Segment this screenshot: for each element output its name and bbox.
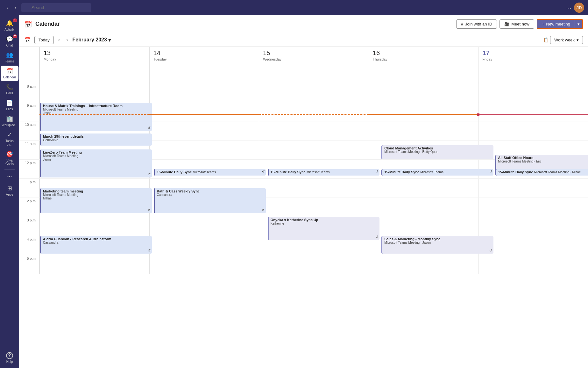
cell-1-2[interactable] [259,83,369,102]
cell-7-3[interactable] [369,198,478,217]
cell-10-1[interactable] [149,255,259,274]
cell-0-0[interactable] [39,64,149,83]
cell-8-1[interactable] [149,217,259,236]
cell-3-2[interactable] [259,121,369,140]
event-house-matrix[interactable]: House & Matrix Trainings – Infrastructur… [40,103,152,131]
cell-0-2[interactable] [259,64,369,83]
cell-10-2[interactable] [259,255,369,274]
time-label-6: 1 p.m. [19,179,39,198]
back-button[interactable]: ‹ [4,4,11,12]
avatar[interactable]: JD [574,3,584,13]
month-year-display[interactable]: February 2023 ▾ [72,37,111,43]
next-week-button[interactable]: › [64,36,70,44]
grid-row-0 [19,64,588,83]
event-alarm-guardian[interactable]: Alarm Guardian - Research & Brainstorm C… [40,236,152,254]
cell-6-4[interactable] [478,179,588,198]
new-meeting-chevron-button[interactable]: ▾ [575,20,582,28]
cell-2-1[interactable] [149,102,259,121]
day-number-14: 14 [153,49,255,57]
cell-3-1[interactable] [149,121,259,140]
event-kath-cass[interactable]: Kath & Cass Weekly Sync Cassandra ↺ [154,188,266,213]
time-label-5: 12 p.m. [19,160,39,178]
calendar-actions: # Join with an ID 🎥 Meet now + New meeti… [456,19,583,29]
cell-7-2[interactable] [259,198,369,217]
calendar-title: Calendar [35,21,60,27]
cell-2-2[interactable] [259,102,369,121]
sidebar-item-more[interactable]: ··· [1,172,18,182]
sidebar-label-help: Help [6,360,13,364]
time-label-9: 4 p.m. [19,236,39,255]
cell-3-4[interactable] [478,121,588,140]
forward-button[interactable]: › [12,4,18,12]
event-march29[interactable]: March 29th event details Genevieve [40,133,152,146]
sidebar-item-activity[interactable]: 🔔 1 Activity [1,18,18,33]
calendar-header-icon: 📅 [24,20,32,28]
top-bar-actions: ··· JD [566,3,584,13]
cell-10-3[interactable] [369,255,478,274]
cell-1-1[interactable] [149,83,259,102]
join-with-id-button[interactable]: # Join with an ID [456,19,497,29]
sidebar-item-calendar[interactable]: 📅 Calendar [1,66,18,81]
sidebar-item-chat[interactable]: 💬 7 Chat [1,34,18,49]
sidebar-item-teams[interactable]: 👥 Teams [1,50,18,65]
day-name-thu: Thursday [373,57,475,61]
cell-1-0[interactable] [39,83,149,102]
event-onyeka[interactable]: Onyeka x Katherine Sync Up Katherine ↺ [268,217,379,240]
cell-4-1[interactable] [149,141,259,159]
sidebar-label-apps: Apps [6,193,13,196]
event-15min-tue[interactable]: 15-Minute Daily Sync Microsoft Teams... … [154,169,266,176]
days-header: 13 Monday 14 Tuesday 15 Wednesday 16 Thu… [19,47,588,64]
sidebar-item-workplace[interactable]: 🏢 Workplac... [1,113,18,129]
cell-1-4[interactable] [478,83,588,102]
sidebar-item-help[interactable]: ? Help [1,350,18,365]
cell-8-3[interactable] [369,217,478,236]
cell-0-4[interactable] [478,64,588,83]
sidebar-item-apps[interactable]: ⊞ Apps [1,183,18,198]
event-linezero[interactable]: LineZero Team Meeting Microsoft Teams Me… [40,149,152,177]
day-name-fri: Friday [482,57,584,61]
new-meeting-button[interactable]: + New meeting [537,20,575,28]
event-sales-marketing[interactable]: Sales & Marketing - Monthly Sync Microso… [381,236,493,254]
cell-2-3[interactable] [369,102,478,121]
sidebar-item-tasks[interactable]: ✓ Tasks by... [1,129,18,148]
sidebar: 🔔 1 Activity 💬 7 Chat 👥 Teams 📅 Calendar… [0,15,19,368]
work-week-button[interactable]: Work week ▾ [550,36,583,44]
event-marketing[interactable]: Marketing team meeting Microsoft Teams M… [40,188,152,213]
calendar-title-area: 📅 Calendar [24,20,60,28]
work-week-label: Work week [554,38,575,42]
nav-buttons: ‹ › [4,4,19,12]
top-bar: ‹ › 🔍 ··· JD [0,0,588,15]
cell-6-2[interactable] [259,179,369,198]
calendar-grid[interactable]: 13 Monday 14 Tuesday 15 Wednesday 16 Thu… [19,47,588,368]
event-15min-wed[interactable]: 15-Minute Daily Sync Microsoft Teams... … [268,169,379,176]
cell-9-1[interactable] [149,236,259,255]
cell-0-3[interactable] [369,64,478,83]
event-15min-fri[interactable]: 15-Minute Daily Sync Microsoft Teams Mee… [495,169,588,176]
cell-8-0[interactable] [39,217,149,236]
sidebar-label-calls: Calls [6,91,13,95]
cell-4-2[interactable] [259,141,369,159]
cell-6-3[interactable] [369,179,478,198]
cell-0-1[interactable] [149,64,259,83]
today-button[interactable]: Today [34,36,54,44]
day-name-wed: Wednesday [263,57,365,61]
cell-3-3[interactable] [369,121,478,140]
sidebar-item-vivagoals[interactable]: 🎯 Viva Goals [1,149,18,168]
sidebar-item-files[interactable]: 📄 Files [1,97,18,113]
cell-2-4[interactable] [478,102,588,121]
event-cloud-mgmt[interactable]: Cloud Management Activities Microsoft Te… [381,145,493,159]
sidebar-item-calls[interactable]: 📞 Calls [1,82,18,97]
meet-now-button[interactable]: 🎥 Meet now [499,19,534,29]
cell-7-4[interactable] [478,198,588,217]
sidebar-divider [4,170,15,170]
cell-1-3[interactable] [369,83,478,102]
cell-8-4[interactable] [478,217,588,236]
cell-10-0[interactable] [39,255,149,274]
more-options-button[interactable]: ··· [566,4,571,11]
time-label-4: 11 a.m. [19,141,39,159]
search-input[interactable] [21,3,91,12]
cell-10-4[interactable] [478,255,588,274]
cell-9-4[interactable] [478,236,588,255]
event-15min-thu[interactable]: 15-Minute Daily Sync Microsoft Teams... … [381,169,493,176]
prev-week-button[interactable]: ‹ [56,36,62,44]
